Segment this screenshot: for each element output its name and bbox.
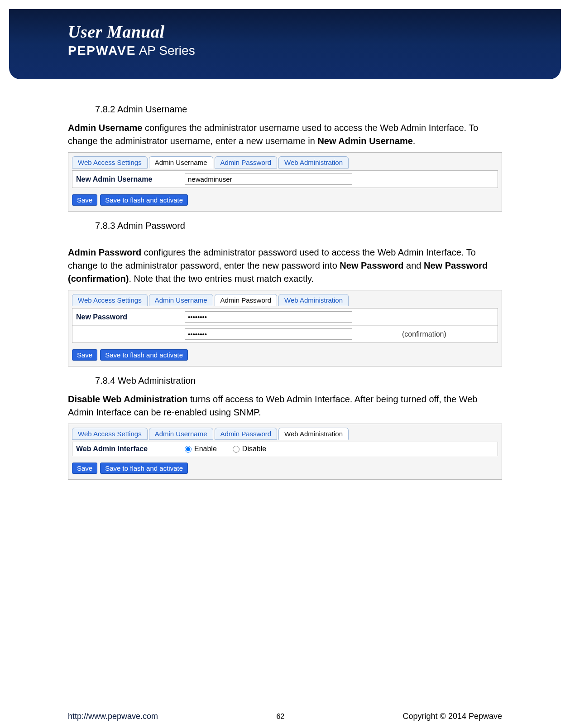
disable-text: Disable (242, 445, 266, 453)
new-admin-username-row: New Admin Username (72, 171, 498, 188)
tabs-row-3: Web Access Settings Admin Username Admin… (72, 428, 498, 440)
save-button[interactable]: Save (72, 463, 97, 474)
new-password-row: New Password (72, 309, 498, 326)
tab-admin-password[interactable]: Admin Password (215, 156, 278, 169)
document-header: User Manual PEPWAVE AP Series (9, 9, 561, 79)
save-flash-button[interactable]: Save to flash and activate (100, 349, 188, 361)
save-button[interactable]: Save (72, 349, 97, 361)
section-para-782: Admin Username configures the administra… (68, 121, 502, 148)
tab-admin-username[interactable]: Admin Username (149, 428, 213, 440)
admin-password-panel: Web Access Settings Admin Username Admin… (68, 290, 502, 366)
new-password-input[interactable] (185, 311, 352, 323)
footer-page-number: 62 (276, 713, 284, 721)
section-para-784: Disable Web Administration turns off acc… (68, 393, 502, 419)
tab-admin-password[interactable]: Admin Password (215, 294, 278, 306)
footer-url: http://www.pepwave.com (68, 712, 158, 721)
section-heading-783: 7.8.3 Admin Password (95, 221, 502, 231)
para-bold-admin-password: Admin Password (68, 247, 141, 257)
tab-admin-password[interactable]: Admin Password (215, 428, 278, 440)
save-button[interactable]: Save (72, 194, 97, 206)
web-admin-interface-label: Web Admin Interface (76, 445, 185, 453)
new-password-confirm-input[interactable] (185, 328, 352, 340)
para-bold-new-admin-username: New Admin Username (317, 136, 412, 146)
para-bold-disable-web-admin: Disable Web Administration (68, 394, 187, 404)
section-para-783: Admin Password configures the administra… (68, 246, 502, 285)
tab-web-access-settings[interactable]: Web Access Settings (72, 156, 148, 169)
page-footer: http://www.pepwave.com 62 Copyright © 20… (0, 712, 570, 721)
confirmation-suffix: (confirmation) (402, 330, 446, 338)
enable-radio[interactable] (185, 446, 192, 453)
disable-radio-label[interactable]: Disable (233, 445, 266, 453)
enable-text: Enable (194, 445, 217, 453)
section-heading-784: 7.8.4 Web Administration (95, 376, 502, 386)
new-admin-username-input[interactable] (185, 174, 352, 185)
tabs-row-2: Web Access Settings Admin Username Admin… (72, 294, 498, 306)
admin-username-panel: Web Access Settings Admin Username Admin… (68, 152, 502, 212)
doc-title: User Manual (68, 22, 561, 42)
save-flash-button[interactable]: Save to flash and activate (100, 194, 188, 206)
tab-web-administration[interactable]: Web Administration (278, 294, 349, 306)
para-bold-admin-username: Admin Username (68, 123, 143, 133)
new-password-confirm-row: (confirmation) (72, 326, 498, 342)
tab-web-administration[interactable]: Web Administration (278, 428, 349, 440)
series-name: AP Series (136, 43, 195, 58)
enable-radio-label[interactable]: Enable (185, 445, 217, 453)
tab-admin-username[interactable]: Admin Username (149, 156, 213, 169)
web-administration-panel: Web Access Settings Admin Username Admin… (68, 424, 502, 480)
para-bold-new-password: New Password (340, 260, 403, 270)
tabs-row-1: Web Access Settings Admin Username Admin… (72, 156, 498, 169)
disable-radio[interactable] (233, 446, 239, 453)
web-admin-interface-row: Web Admin Interface Enable Disable (72, 442, 498, 456)
tab-admin-username[interactable]: Admin Username (149, 294, 213, 306)
doc-subtitle: PEPWAVE AP Series (68, 43, 561, 58)
section-heading-782: 7.8.2 Admin Username (95, 104, 502, 115)
tab-web-access-settings[interactable]: Web Access Settings (72, 428, 148, 440)
brand-name: PEPWAVE (68, 43, 136, 58)
new-admin-username-label: New Admin Username (76, 175, 185, 183)
save-flash-button[interactable]: Save to flash and activate (100, 463, 188, 474)
tab-web-access-settings[interactable]: Web Access Settings (72, 294, 148, 306)
new-password-label: New Password (76, 313, 185, 321)
tab-web-administration[interactable]: Web Administration (278, 156, 349, 169)
footer-copyright: Copyright © 2014 Pepwave (403, 712, 502, 721)
